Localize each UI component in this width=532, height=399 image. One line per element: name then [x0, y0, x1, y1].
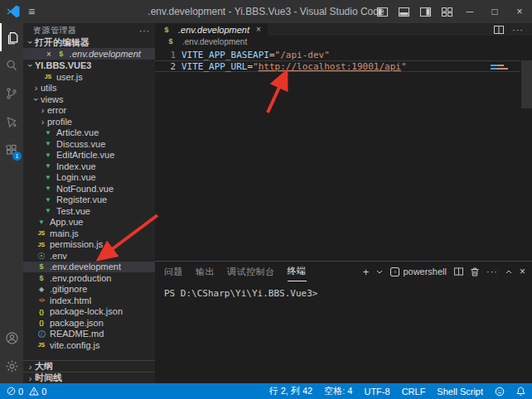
tree-item-main.js[interactable]: JSmain.js — [23, 228, 155, 239]
tree-item-EditArticle.vue[interactable]: ▼EditArticle.vue — [23, 150, 155, 161]
chevron-right-icon: › — [31, 83, 41, 93]
tree-item-views[interactable]: ›views — [23, 94, 155, 105]
outline-section[interactable]: › 大纲 — [23, 360, 155, 372]
editor-more-actions-icon[interactable]: ··· — [512, 25, 524, 35]
tree-item-utils[interactable]: ›utils — [23, 83, 155, 94]
file-label: README.md — [50, 329, 104, 339]
source-control-icon[interactable] — [0, 79, 23, 108]
tree-item-.gitignore[interactable]: ◆.gitignore — [23, 284, 155, 296]
tree-item-Login.vue[interactable]: ▼Login.vue — [23, 172, 155, 184]
kill-terminal-trash-icon[interactable] — [471, 267, 479, 276]
tree-item-.env[interactable]: .env — [23, 250, 155, 262]
tree-item-App.vue[interactable]: ▼App.vue — [23, 217, 155, 228]
chevron-down-icon: › — [31, 94, 41, 103]
open-editors-header[interactable]: › 打开的编辑器 — [23, 36, 155, 48]
run-debug-icon[interactable] — [0, 108, 23, 136]
status-item-3[interactable]: UTF-8 — [364, 387, 389, 397]
panel-more-actions-icon[interactable]: ··· — [486, 267, 498, 276]
tree-item-Register.vue[interactable]: ▼Register.vue — [23, 195, 155, 206]
tree-item-Discuss.vue[interactable]: ▼Discuss.vue — [23, 138, 155, 150]
notifications-bell-icon[interactable] — [516, 387, 525, 397]
new-terminal-icon[interactable]: + — [363, 266, 370, 278]
env-var-value: "/api-dev" — [275, 50, 330, 60]
tree-item-package-lock.json[interactable]: {}package-lock.json — [23, 306, 155, 318]
tree-item-NotFound.vue[interactable]: ▼NotFound.vue — [23, 183, 155, 195]
tree-item-package.json[interactable]: {}package.json — [23, 317, 155, 329]
tree-item-permission.js[interactable]: JSpermission.js — [23, 239, 155, 251]
tree-item-profile[interactable]: ›profile — [23, 116, 155, 127]
feedback-smiley-icon[interactable] — [495, 387, 505, 397]
panel-tab-4[interactable]: 终端 — [288, 262, 307, 281]
status-item-4[interactable]: CRLF — [402, 387, 426, 397]
customize-layout-icon[interactable] — [436, 0, 457, 23]
file-label: utils — [41, 83, 57, 93]
close-panel-icon[interactable]: × — [520, 266, 525, 277]
tab-env-development[interactable]: $ .env.development × — [155, 23, 268, 36]
status-item-2[interactable]: 空格: 4 — [324, 385, 352, 397]
problems-status[interactable]: 0 0 — [7, 387, 46, 397]
shell-label: powershell — [403, 267, 447, 276]
editor-scrollbar[interactable] — [521, 60, 532, 108]
panel-tab-1[interactable]: 问题 — [164, 262, 183, 281]
project-section-header[interactable]: › YI.BBS.VUE3 — [23, 60, 155, 71]
panel-tab-2[interactable]: 输出 — [196, 262, 215, 281]
extensions-icon[interactable]: 1 — [0, 136, 23, 164]
tree-item-Article.vue[interactable]: ▼Article.vue — [23, 127, 155, 139]
vue-file-icon: ▼ — [43, 185, 53, 192]
tree-item-index.html[interactable]: <>index.html — [23, 295, 155, 306]
vue-file-icon: ▼ — [43, 174, 53, 181]
tree-item-user.js[interactable]: JSuser.js — [23, 71, 155, 83]
title-bar: ≡ .env.development - Yi.BBS.Vue3 - Visua… — [0, 0, 532, 23]
chevron-down-icon: › — [26, 38, 36, 47]
code-line-2-current: 2 VITE_APP_URL="http://localhost:19001/a… — [155, 60, 520, 72]
minimize-button[interactable]: ─ — [457, 0, 482, 23]
close-icon[interactable]: × — [46, 50, 51, 59]
tree-item-vite.config.js[interactable]: JSvite.config.js — [23, 339, 155, 351]
js-file-icon: JS — [43, 74, 53, 79]
vue-file-icon: ▼ — [36, 219, 46, 226]
maximize-button[interactable]: □ — [482, 0, 507, 23]
tree-item-.env.production[interactable]: $.env.production — [23, 272, 155, 284]
status-item-5[interactable]: Shell Script — [437, 387, 483, 397]
activity-bar: 1 — [0, 23, 23, 383]
toggle-secondary-sidebar-icon[interactable] — [414, 0, 436, 23]
account-icon[interactable] — [0, 324, 23, 352]
explorer-icon[interactable] — [0, 23, 23, 51]
status-item-1[interactable]: 行 2, 列 42 — [269, 385, 313, 397]
more-actions-icon[interactable]: ··· — [139, 26, 150, 36]
terminal-dropdown-icon[interactable] — [376, 270, 383, 274]
menu-hamburger-icon[interactable]: ≡ — [28, 5, 35, 18]
tree-item-Index.vue[interactable]: ▼Index.vue — [23, 161, 155, 172]
tree-item-Test.vue[interactable]: ▼Test.vue — [23, 205, 155, 217]
file-label: .env.development — [50, 262, 121, 272]
tree-item-.env.development[interactable]: $.env.development — [23, 262, 155, 273]
chevron-right-icon: › — [26, 362, 35, 372]
open-editor-item[interactable]: × $ .env.development — [23, 48, 155, 60]
project-label: YI.BBS.VUE3 — [35, 60, 91, 70]
code-area[interactable]: 1 VITE_APP_BASEAPI="/api-dev" 2 VITE_APP… — [155, 47, 532, 261]
file-label: Test.vue — [56, 206, 90, 216]
split-editor-icon[interactable] — [494, 26, 504, 34]
tree-item-error[interactable]: ›error — [23, 105, 155, 117]
chevron-right-icon: › — [38, 117, 47, 127]
shell-selector[interactable]: › powershell — [390, 267, 447, 276]
timeline-section[interactable]: › 时间线 — [23, 372, 155, 383]
search-icon[interactable] — [0, 51, 23, 79]
toggle-sidebar-icon[interactable] — [371, 0, 393, 23]
tab-close-icon[interactable]: × — [256, 25, 261, 34]
js-file-icon: JS — [36, 230, 46, 236]
gear-file-icon — [36, 252, 46, 259]
tree-item-README.md[interactable]: iREADME.md — [23, 329, 155, 340]
terminal-content[interactable]: PS D:\CSharp\Yi\Yi.BBS.Vue3> — [155, 281, 532, 299]
split-terminal-icon[interactable] — [454, 267, 463, 276]
breadcrumb[interactable]: $ .env.development — [155, 36, 532, 47]
file-label: EditArticle.vue — [56, 150, 114, 160]
panel-tab-3[interactable]: 调试控制台 — [227, 262, 275, 281]
close-button[interactable]: × — [507, 0, 532, 23]
url-link[interactable]: http://localhost:19001/api — [259, 61, 401, 72]
minimap-line — [491, 65, 498, 66]
toggle-panel-icon[interactable] — [393, 0, 414, 23]
settings-gear-icon[interactable] — [0, 352, 23, 380]
warning-count: 0 — [41, 387, 46, 397]
maximize-panel-icon[interactable] — [505, 270, 512, 274]
